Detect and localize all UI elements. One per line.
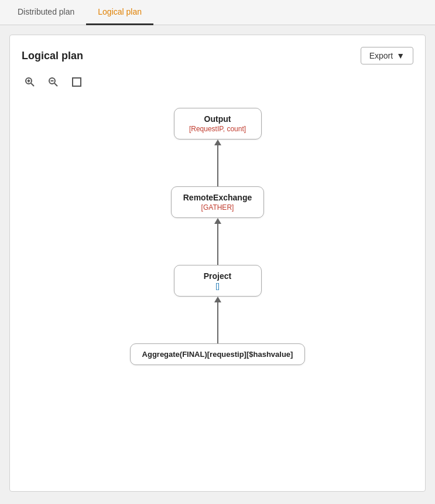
zoom-in-icon (24, 76, 36, 88)
svg-rect-7 (73, 78, 81, 86)
diagram-toolbar (22, 74, 413, 90)
remote-exchange-node-title: RemoteExchange (183, 193, 252, 202)
arrow-line-2 (217, 224, 218, 265)
arrow-line-1 (217, 145, 218, 186)
plan-header: Logical plan Export ▼ (22, 47, 413, 64)
remote-exchange-node[interactable]: RemoteExchange [GATHER] (171, 186, 264, 218)
chevron-down-icon: ▼ (396, 51, 405, 60)
arrow-remote-project (214, 218, 221, 265)
aggregate-node-title: Aggregate(FINAL)[requestip][$hashvalue] (142, 350, 293, 359)
zoom-in-button[interactable] (22, 74, 38, 90)
output-node-subtitle: [RequestIP, count] (186, 125, 249, 133)
plan-title: Logical plan (22, 50, 83, 62)
remote-exchange-node-subtitle: [GATHER] (183, 203, 252, 212)
plan-card: Logical plan Export ▼ (9, 35, 426, 492)
content-area: Logical plan Export ▼ (0, 25, 435, 501)
arrowhead-2 (214, 218, 221, 224)
svg-line-1 (31, 83, 34, 86)
export-button[interactable]: Export ▼ (361, 47, 413, 64)
zoom-out-icon (47, 76, 59, 88)
arrow-line-3 (217, 302, 218, 343)
arrow-output-remote (214, 139, 221, 186)
tab-logical[interactable]: Logical plan (86, 0, 153, 25)
aggregate-node[interactable]: Aggregate(FINAL)[requestip][$hashvalue] (130, 343, 306, 365)
fit-button[interactable] (68, 74, 85, 90)
arrowhead-1 (214, 139, 221, 145)
fit-icon (71, 76, 83, 88)
output-node[interactable]: Output [RequestIP, count] (174, 108, 262, 139)
tab-distributed[interactable]: Distributed plan (6, 0, 86, 25)
arrowhead-3 (214, 297, 221, 302)
arrow-project-aggregate (214, 297, 221, 343)
project-node-title: Project (186, 271, 249, 281)
project-node-subtitle: [] (186, 282, 249, 290)
tabs-bar: Distributed plan Logical plan (0, 0, 435, 25)
project-node[interactable]: Project [] (174, 265, 262, 297)
svg-line-5 (54, 83, 57, 86)
output-node-title: Output (186, 114, 249, 124)
zoom-out-button[interactable] (45, 74, 61, 90)
diagram-area: Output [RequestIP, count] RemoteExchange… (22, 102, 413, 371)
